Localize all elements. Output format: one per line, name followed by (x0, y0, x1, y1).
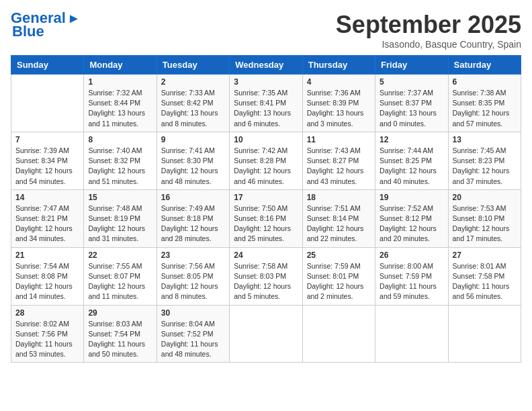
sunrise-text: Sunrise: 7:47 AM (15, 204, 69, 212)
daylight-text: Daylight: 12 hours and 20 minutes. (380, 224, 437, 242)
cell-info: Sunrise: 7:39 AM Sunset: 8:34 PM Dayligh… (15, 146, 79, 187)
weekday-header-wednesday: Wednesday (230, 56, 302, 75)
sunset-text: Sunset: 8:16 PM (234, 214, 286, 222)
calendar-cell: 19 Sunrise: 7:52 AM Sunset: 8:12 PM Dayl… (375, 189, 448, 247)
sunrise-text: Sunrise: 8:02 AM (15, 320, 69, 328)
daylight-text: Daylight: 12 hours and 28 minutes. (161, 224, 218, 242)
sunrise-text: Sunrise: 7:33 AM (161, 89, 215, 97)
week-row-4: 21 Sunrise: 7:54 AM Sunset: 8:08 PM Dayl… (11, 247, 521, 305)
sunset-text: Sunset: 8:41 PM (234, 99, 286, 107)
calendar-cell: 22 Sunrise: 7:55 AM Sunset: 8:07 PM Dayl… (84, 247, 157, 305)
week-row-2: 7 Sunrise: 7:39 AM Sunset: 8:34 PM Dayli… (11, 132, 521, 189)
sunset-text: Sunset: 8:35 PM (453, 99, 505, 107)
calendar-cell: 30 Sunrise: 8:04 AM Sunset: 7:52 PM Dayl… (157, 305, 229, 363)
calendar-cell (230, 305, 302, 363)
sunrise-text: Sunrise: 7:59 AM (307, 262, 361, 270)
cell-info: Sunrise: 7:43 AM Sunset: 8:27 PM Dayligh… (307, 146, 371, 187)
calendar-cell: 8 Sunrise: 7:40 AM Sunset: 8:32 PM Dayli… (84, 132, 157, 189)
cell-info: Sunrise: 7:50 AM Sunset: 8:16 PM Dayligh… (234, 203, 298, 244)
sunset-text: Sunset: 8:03 PM (234, 272, 286, 280)
day-number: 21 (15, 250, 79, 260)
daylight-text: Daylight: 12 hours and 14 minutes. (15, 282, 73, 300)
calendar-cell: 7 Sunrise: 7:39 AM Sunset: 8:34 PM Dayli… (11, 132, 84, 189)
calendar-cell: 23 Sunrise: 7:56 AM Sunset: 8:05 PM Dayl… (157, 247, 229, 305)
cell-info: Sunrise: 7:54 AM Sunset: 8:08 PM Dayligh… (15, 261, 79, 302)
cell-info: Sunrise: 7:56 AM Sunset: 8:05 PM Dayligh… (161, 261, 225, 302)
cell-info: Sunrise: 7:41 AM Sunset: 8:30 PM Dayligh… (161, 146, 225, 187)
daylight-text: Daylight: 13 hours and 8 minutes. (161, 109, 218, 127)
day-number: 4 (307, 77, 371, 87)
day-number: 18 (307, 193, 371, 202)
cell-info: Sunrise: 7:37 AM Sunset: 8:37 PM Dayligh… (380, 88, 443, 129)
calendar-cell (448, 305, 521, 363)
day-number: 1 (88, 77, 152, 87)
daylight-text: Daylight: 12 hours and 46 minutes. (234, 167, 291, 185)
sunrise-text: Sunrise: 7:53 AM (453, 204, 506, 212)
sunset-text: Sunset: 8:01 PM (307, 272, 359, 280)
calendar-cell: 24 Sunrise: 7:58 AM Sunset: 8:03 PM Dayl… (230, 247, 302, 305)
cell-info: Sunrise: 7:44 AM Sunset: 8:25 PM Dayligh… (380, 146, 443, 187)
day-number: 5 (380, 77, 443, 87)
cell-info: Sunrise: 7:52 AM Sunset: 8:12 PM Dayligh… (380, 203, 443, 244)
calendar-cell: 29 Sunrise: 8:03 AM Sunset: 7:54 PM Dayl… (84, 305, 157, 363)
sunrise-text: Sunrise: 7:35 AM (234, 89, 287, 97)
cell-info: Sunrise: 7:49 AM Sunset: 8:18 PM Dayligh… (161, 203, 225, 244)
weekday-header-tuesday: Tuesday (157, 56, 229, 75)
cell-info: Sunrise: 8:02 AM Sunset: 7:56 PM Dayligh… (15, 319, 79, 360)
day-number: 25 (307, 250, 371, 260)
calendar-cell: 14 Sunrise: 7:47 AM Sunset: 8:21 PM Dayl… (11, 189, 84, 247)
week-row-3: 14 Sunrise: 7:47 AM Sunset: 8:21 PM Dayl… (11, 189, 521, 247)
sunset-text: Sunset: 8:25 PM (380, 156, 432, 165)
day-number: 27 (453, 250, 517, 260)
sunset-text: Sunset: 8:07 PM (88, 272, 140, 280)
calendar-cell (302, 305, 375, 363)
calendar-cell: 15 Sunrise: 7:48 AM Sunset: 8:19 PM Dayl… (84, 189, 157, 247)
cell-info: Sunrise: 7:33 AM Sunset: 8:42 PM Dayligh… (161, 88, 225, 129)
calendar-cell: 12 Sunrise: 7:44 AM Sunset: 8:25 PM Dayl… (375, 132, 448, 189)
calendar-cell: 18 Sunrise: 7:51 AM Sunset: 8:14 PM Dayl… (302, 189, 375, 247)
sunrise-text: Sunrise: 7:55 AM (88, 262, 142, 270)
day-number: 13 (453, 135, 517, 144)
daylight-text: Daylight: 12 hours and 54 minutes. (15, 167, 73, 185)
sunrise-text: Sunrise: 8:04 AM (161, 320, 215, 328)
daylight-text: Daylight: 13 hours and 11 minutes. (88, 109, 145, 127)
sunset-text: Sunset: 7:59 PM (380, 272, 432, 280)
cell-info: Sunrise: 7:32 AM Sunset: 8:44 PM Dayligh… (88, 88, 152, 129)
sunrise-text: Sunrise: 7:32 AM (88, 89, 142, 97)
cell-info: Sunrise: 7:36 AM Sunset: 8:39 PM Dayligh… (307, 88, 371, 129)
day-number: 12 (380, 135, 443, 144)
sunrise-text: Sunrise: 7:50 AM (234, 204, 287, 212)
sunset-text: Sunset: 8:28 PM (234, 156, 286, 165)
sunrise-text: Sunrise: 8:00 AM (380, 262, 433, 270)
day-number: 6 (453, 77, 517, 87)
calendar-cell: 27 Sunrise: 8:01 AM Sunset: 7:58 PM Dayl… (448, 247, 521, 305)
sunset-text: Sunset: 8:14 PM (307, 214, 359, 222)
cell-info: Sunrise: 7:55 AM Sunset: 8:07 PM Dayligh… (88, 261, 152, 302)
cell-info: Sunrise: 7:38 AM Sunset: 8:35 PM Dayligh… (453, 88, 517, 129)
daylight-text: Daylight: 13 hours and 3 minutes. (307, 109, 364, 127)
calendar-cell (375, 305, 448, 363)
calendar-cell: 20 Sunrise: 7:53 AM Sunset: 8:10 PM Dayl… (448, 189, 521, 247)
day-number: 9 (161, 135, 225, 144)
calendar-cell: 13 Sunrise: 7:45 AM Sunset: 8:23 PM Dayl… (448, 132, 521, 189)
daylight-text: Daylight: 12 hours and 40 minutes. (380, 167, 437, 185)
day-number: 7 (15, 135, 79, 144)
sunrise-text: Sunrise: 7:48 AM (88, 204, 142, 212)
cell-info: Sunrise: 7:40 AM Sunset: 8:32 PM Dayligh… (88, 146, 152, 187)
sunrise-text: Sunrise: 8:01 AM (453, 262, 506, 270)
sunrise-text: Sunrise: 7:58 AM (234, 262, 287, 270)
day-number: 14 (15, 193, 79, 202)
sunset-text: Sunset: 8:34 PM (15, 156, 68, 165)
sunset-text: Sunset: 8:21 PM (15, 214, 68, 222)
logo-bird-icon: ► (67, 11, 81, 25)
daylight-text: Daylight: 12 hours and 2 minutes. (307, 282, 364, 300)
cell-info: Sunrise: 7:51 AM Sunset: 8:14 PM Dayligh… (307, 203, 371, 244)
sunset-text: Sunset: 8:39 PM (307, 99, 359, 107)
daylight-text: Daylight: 12 hours and 37 minutes. (453, 167, 510, 185)
sunrise-text: Sunrise: 8:03 AM (88, 320, 142, 328)
cell-info: Sunrise: 7:42 AM Sunset: 8:28 PM Dayligh… (234, 146, 298, 187)
weekday-header-thursday: Thursday (302, 56, 375, 75)
weekday-header-row: SundayMondayTuesdayWednesdayThursdayFrid… (11, 56, 521, 75)
daylight-text: Daylight: 12 hours and 48 minutes. (161, 167, 218, 185)
day-number: 22 (88, 250, 152, 260)
